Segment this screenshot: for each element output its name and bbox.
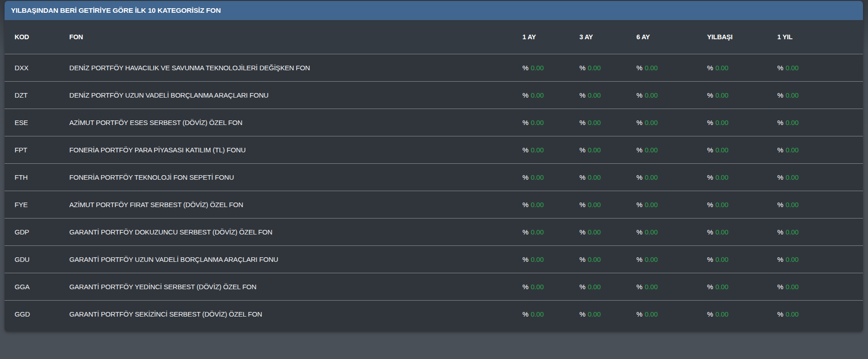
return-value: 0.00 xyxy=(531,283,543,291)
percent-sign: % xyxy=(579,64,585,72)
return-value-cell: %0.00 xyxy=(636,54,707,81)
return-value: 0.00 xyxy=(645,255,657,263)
return-value-cell: %0.00 xyxy=(579,163,636,191)
table-row[interactable]: DXXDENİZ PORTFÖY HAVACILIK VE SAVUNMA TE… xyxy=(5,54,863,81)
percent-sign: % xyxy=(777,146,783,154)
return-value: 0.00 xyxy=(531,310,543,318)
return-value: 0.00 xyxy=(645,283,657,291)
fund-code: GGA xyxy=(5,273,69,300)
return-value: 0.00 xyxy=(785,119,798,126)
return-value-cell: %0.00 xyxy=(777,218,863,245)
return-value: 0.00 xyxy=(531,201,543,208)
return-value: 0.00 xyxy=(588,283,600,291)
return-value-cell: %0.00 xyxy=(522,300,579,328)
return-value-cell: %0.00 xyxy=(522,273,579,300)
percent-sign: % xyxy=(707,64,713,72)
percent-sign: % xyxy=(579,146,585,154)
percent-sign: % xyxy=(522,173,528,181)
return-value-cell: %0.00 xyxy=(579,109,636,136)
return-value-cell: %0.00 xyxy=(579,136,636,163)
percent-sign: % xyxy=(707,146,713,154)
table-row[interactable]: GDPGARANTİ PORTFÖY DOKUZUNCU SERBEST (DÖ… xyxy=(5,218,863,245)
fund-table-body: DXXDENİZ PORTFÖY HAVACILIK VE SAVUNMA TE… xyxy=(5,54,863,328)
return-value-cell: %0.00 xyxy=(522,109,579,136)
table-row[interactable]: FYEAZİMUT PORTFÖY FIRAT SERBEST (DÖVİZ) … xyxy=(5,191,863,218)
return-value-cell: %0.00 xyxy=(522,54,579,81)
return-value-cell: %0.00 xyxy=(707,109,777,136)
column-header-6ay: 6 AY xyxy=(636,20,707,54)
return-value-cell: %0.00 xyxy=(777,163,863,191)
fund-code: GDU xyxy=(5,245,69,273)
fund-code: ESE xyxy=(5,109,69,136)
fund-code: GDP xyxy=(5,218,69,245)
return-value: 0.00 xyxy=(645,173,657,181)
return-value-cell: %0.00 xyxy=(636,163,707,191)
return-value-cell: %0.00 xyxy=(777,245,863,273)
return-value-cell: %0.00 xyxy=(636,218,707,245)
return-value-cell: %0.00 xyxy=(777,273,863,300)
percent-sign: % xyxy=(579,119,585,126)
percent-sign: % xyxy=(636,228,642,236)
return-value: 0.00 xyxy=(715,255,728,263)
percent-sign: % xyxy=(777,201,783,208)
return-value-cell: %0.00 xyxy=(707,273,777,300)
percent-sign: % xyxy=(579,201,585,208)
return-value: 0.00 xyxy=(588,173,600,181)
return-value-cell: %0.00 xyxy=(522,245,579,273)
table-row[interactable]: FTHFONERİA PORTFÖY TEKNOLOJİ FON SEPETİ … xyxy=(5,163,863,191)
fund-name: GARANTİ PORTFÖY DOKUZUNCU SERBEST (DÖVİZ… xyxy=(69,218,522,245)
return-value: 0.00 xyxy=(715,283,728,291)
return-value-cell: %0.00 xyxy=(636,109,707,136)
return-value-cell: %0.00 xyxy=(636,245,707,273)
percent-sign: % xyxy=(707,283,713,291)
return-value: 0.00 xyxy=(588,310,600,318)
fund-table-header: KOD FON 1 AY 3 AY 6 AY YILBAŞI 1 YIL xyxy=(5,20,863,54)
return-value-cell: %0.00 xyxy=(777,109,863,136)
percent-sign: % xyxy=(579,310,585,318)
percent-sign: % xyxy=(522,255,528,263)
percent-sign: % xyxy=(777,310,783,318)
fund-name: DENİZ PORTFÖY HAVACILIK VE SAVUNMA TEKNO… xyxy=(69,54,522,81)
return-value-cell: %0.00 xyxy=(777,300,863,328)
percent-sign: % xyxy=(579,228,585,236)
return-value-cell: %0.00 xyxy=(707,54,777,81)
return-value: 0.00 xyxy=(531,228,543,236)
table-row[interactable]: GGDGARANTİ PORTFÖY SEKİZİNCİ SERBEST (DÖ… xyxy=(5,300,863,328)
percent-sign: % xyxy=(707,255,713,263)
percent-sign: % xyxy=(707,91,713,99)
return-value-cell: %0.00 xyxy=(636,191,707,218)
return-value: 0.00 xyxy=(645,146,657,154)
table-row[interactable]: FPTFONERİA PORTFÖY PARA PİYASASI KATILIM… xyxy=(5,136,863,163)
return-value-cell: %0.00 xyxy=(579,54,636,81)
return-value-cell: %0.00 xyxy=(707,218,777,245)
return-value: 0.00 xyxy=(785,228,798,236)
table-row[interactable]: ESEAZİMUT PORTFÖY ESES SERBEST (DÖVİZ) Ö… xyxy=(5,109,863,136)
return-value-cell: %0.00 xyxy=(777,191,863,218)
table-row[interactable]: GGAGARANTİ PORTFÖY YEDİNCİ SERBEST (DÖVİ… xyxy=(5,273,863,300)
fund-name: GARANTİ PORTFÖY SEKİZİNCİ SERBEST (DÖVİZ… xyxy=(69,300,522,328)
column-header-1ay: 1 AY xyxy=(522,20,579,54)
percent-sign: % xyxy=(707,201,713,208)
return-value-cell: %0.00 xyxy=(707,163,777,191)
fund-code: GGD xyxy=(5,300,69,328)
return-value: 0.00 xyxy=(785,283,798,291)
return-value-cell: %0.00 xyxy=(522,191,579,218)
return-value: 0.00 xyxy=(785,91,798,99)
return-value-cell: %0.00 xyxy=(579,191,636,218)
return-value: 0.00 xyxy=(588,146,600,154)
return-value: 0.00 xyxy=(715,119,728,126)
percent-sign: % xyxy=(636,310,642,318)
percent-sign: % xyxy=(522,201,528,208)
fund-ranking-panel: YILBAŞINDAN BERİ GETİRİYE GÖRE İLK 10 KA… xyxy=(5,1,863,332)
return-value-cell: %0.00 xyxy=(707,81,777,109)
return-value: 0.00 xyxy=(588,64,600,72)
table-row[interactable]: GDUGARANTİ PORTFÖY UZUN VADELİ BORÇLANMA… xyxy=(5,245,863,273)
fund-name: FONERİA PORTFÖY TEKNOLOJİ FON SEPETİ FON… xyxy=(69,163,522,191)
return-value: 0.00 xyxy=(531,255,543,263)
percent-sign: % xyxy=(707,173,713,181)
percent-sign: % xyxy=(522,283,528,291)
return-value: 0.00 xyxy=(785,310,798,318)
return-value: 0.00 xyxy=(531,173,543,181)
return-value-cell: %0.00 xyxy=(522,218,579,245)
table-row[interactable]: DZTDENİZ PORTFÖY UZUN VADELİ BORÇLANMA A… xyxy=(5,81,863,109)
